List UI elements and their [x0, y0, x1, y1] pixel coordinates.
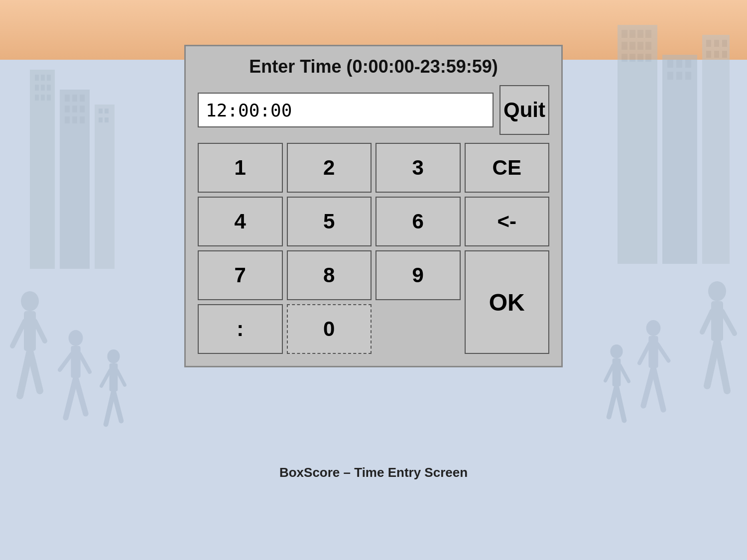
key-8-button[interactable]: 8: [287, 250, 372, 300]
svg-line-63: [80, 354, 90, 372]
svg-line-86: [620, 365, 629, 381]
svg-rect-44: [685, 72, 691, 80]
key-4-button[interactable]: 4: [198, 197, 283, 246]
svg-rect-31: [629, 42, 635, 50]
svg-rect-38: [662, 55, 697, 264]
svg-rect-40: [676, 60, 682, 68]
svg-rect-26: [622, 30, 627, 38]
svg-line-78: [653, 368, 663, 410]
svg-point-64: [107, 349, 120, 363]
svg-rect-13: [80, 95, 85, 102]
svg-rect-45: [702, 35, 730, 264]
svg-rect-36: [637, 54, 643, 62]
top-row: 12:00:00 Quit: [198, 85, 549, 135]
dialog-title: Enter Time (0:00:00-23:59:59): [198, 56, 549, 77]
svg-rect-42: [667, 72, 673, 80]
svg-line-87: [606, 365, 613, 381]
svg-point-70: [708, 281, 726, 301]
svg-line-73: [707, 341, 717, 386]
svg-rect-35: [629, 54, 635, 62]
svg-line-75: [702, 311, 712, 332]
svg-line-81: [639, 344, 649, 363]
svg-rect-29: [645, 30, 651, 38]
svg-line-67: [114, 391, 121, 421]
svg-rect-12: [72, 95, 77, 102]
svg-rect-11: [65, 95, 70, 102]
svg-rect-53: [24, 311, 36, 351]
svg-rect-37: [645, 54, 651, 62]
svg-rect-18: [72, 116, 77, 123]
svg-rect-1: [35, 75, 39, 81]
svg-line-55: [30, 351, 40, 391]
svg-rect-27: [629, 30, 635, 38]
svg-rect-8: [41, 95, 45, 101]
svg-rect-15: [72, 106, 77, 112]
key-1-button[interactable]: 1: [198, 143, 283, 193]
svg-rect-41: [685, 60, 691, 68]
svg-line-62: [60, 354, 72, 370]
key-7-button[interactable]: 7: [198, 250, 283, 300]
svg-rect-39: [667, 60, 673, 68]
svg-rect-46: [706, 40, 711, 47]
svg-rect-22: [105, 109, 109, 113]
svg-rect-49: [706, 51, 711, 58]
ok-button[interactable]: OK: [465, 250, 550, 354]
svg-line-56: [12, 321, 25, 346]
key-2-button[interactable]: 2: [287, 143, 372, 193]
key-6-button[interactable]: 6: [375, 197, 461, 246]
key-9-button[interactable]: 9: [375, 250, 461, 300]
time-entry-dialog: Enter Time (0:00:00-23:59:59) 12:00:00 Q…: [184, 45, 563, 367]
svg-rect-33: [645, 42, 651, 50]
svg-line-60: [66, 378, 76, 418]
key-5-button[interactable]: 5: [287, 197, 372, 246]
svg-rect-83: [613, 358, 621, 386]
svg-rect-16: [80, 106, 85, 112]
svg-line-80: [657, 344, 668, 361]
svg-line-57: [35, 321, 45, 341]
svg-rect-17: [65, 116, 70, 123]
svg-rect-24: [105, 117, 109, 122]
time-display: 12:00:00: [198, 93, 494, 127]
svg-rect-2: [41, 75, 45, 81]
svg-line-68: [102, 370, 111, 386]
svg-rect-7: [35, 95, 39, 101]
svg-rect-48: [722, 40, 727, 47]
keypad: 1 2 3 CE 4 5 6 <- 7 8 9 OK : 0: [198, 143, 549, 354]
caption: BoxScore – Time Entry Screen: [279, 465, 468, 480]
quit-button[interactable]: Quit: [499, 85, 549, 135]
svg-rect-3: [47, 75, 51, 81]
svg-rect-50: [714, 51, 719, 58]
buildings-right: [618, 5, 737, 264]
svg-line-85: [609, 386, 617, 417]
svg-rect-6: [47, 85, 51, 91]
svg-rect-14: [65, 106, 70, 112]
svg-rect-23: [99, 117, 103, 122]
key-3-button[interactable]: 3: [375, 143, 461, 193]
svg-rect-47: [714, 40, 719, 47]
svg-rect-21: [99, 109, 103, 113]
svg-rect-43: [676, 72, 682, 80]
svg-rect-77: [648, 336, 658, 368]
empty-cell: [375, 304, 461, 354]
svg-rect-51: [722, 51, 727, 58]
svg-point-76: [646, 320, 661, 336]
svg-line-61: [76, 378, 86, 414]
svg-rect-4: [35, 85, 39, 91]
backspace-button[interactable]: <-: [465, 197, 550, 246]
key-colon-button[interactable]: :: [198, 304, 283, 354]
svg-rect-34: [622, 54, 627, 62]
ce-button[interactable]: CE: [465, 143, 550, 193]
svg-point-82: [610, 344, 622, 358]
svg-point-52: [21, 291, 39, 311]
svg-rect-65: [110, 363, 118, 391]
svg-line-69: [117, 370, 124, 385]
svg-rect-30: [622, 42, 627, 50]
svg-rect-28: [637, 30, 643, 38]
svg-rect-9: [47, 95, 51, 101]
key-0-button[interactable]: 0: [287, 304, 372, 354]
svg-point-58: [69, 330, 83, 346]
svg-line-74: [722, 311, 735, 334]
svg-rect-19: [80, 116, 85, 123]
svg-rect-59: [71, 346, 80, 378]
runners-left: [0, 236, 174, 560]
